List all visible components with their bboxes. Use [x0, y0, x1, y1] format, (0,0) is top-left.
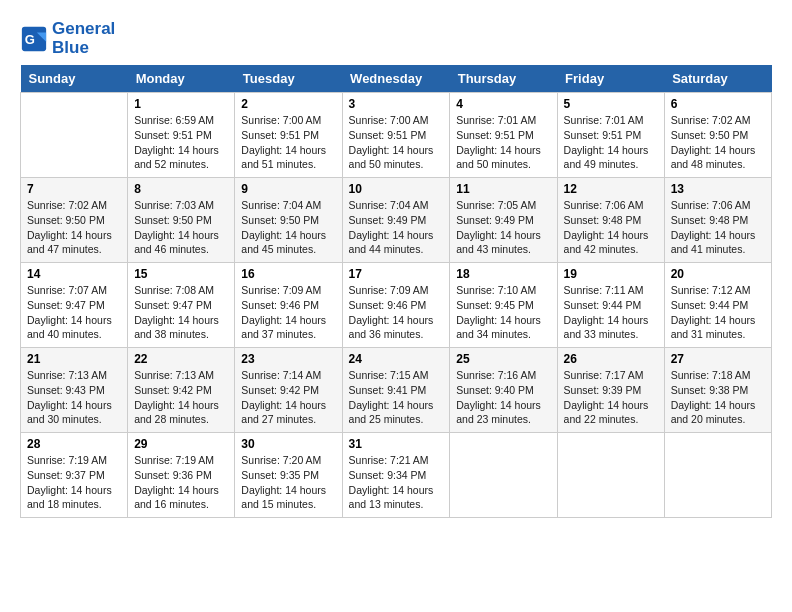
day-info: Sunrise: 7:15 AM Sunset: 9:41 PM Dayligh…: [349, 368, 444, 427]
day-info: Sunrise: 7:13 AM Sunset: 9:42 PM Dayligh…: [134, 368, 228, 427]
day-info: Sunrise: 7:03 AM Sunset: 9:50 PM Dayligh…: [134, 198, 228, 257]
day-number: 30: [241, 437, 335, 451]
day-number: 28: [27, 437, 121, 451]
day-info: Sunrise: 7:04 AM Sunset: 9:49 PM Dayligh…: [349, 198, 444, 257]
col-header-wednesday: Wednesday: [342, 65, 450, 93]
calendar-cell: 21Sunrise: 7:13 AM Sunset: 9:43 PM Dayli…: [21, 348, 128, 433]
calendar-cell: [557, 433, 664, 518]
day-info: Sunrise: 7:20 AM Sunset: 9:35 PM Dayligh…: [241, 453, 335, 512]
calendar-cell: 18Sunrise: 7:10 AM Sunset: 9:45 PM Dayli…: [450, 263, 557, 348]
day-info: Sunrise: 7:21 AM Sunset: 9:34 PM Dayligh…: [349, 453, 444, 512]
day-info: Sunrise: 7:01 AM Sunset: 9:51 PM Dayligh…: [564, 113, 658, 172]
calendar-cell: 10Sunrise: 7:04 AM Sunset: 9:49 PM Dayli…: [342, 178, 450, 263]
col-header-friday: Friday: [557, 65, 664, 93]
calendar-cell: 20Sunrise: 7:12 AM Sunset: 9:44 PM Dayli…: [664, 263, 771, 348]
day-number: 12: [564, 182, 658, 196]
day-number: 6: [671, 97, 765, 111]
logo: G General Blue: [20, 20, 115, 57]
day-info: Sunrise: 7:18 AM Sunset: 9:38 PM Dayligh…: [671, 368, 765, 427]
day-info: Sunrise: 7:17 AM Sunset: 9:39 PM Dayligh…: [564, 368, 658, 427]
day-info: Sunrise: 7:05 AM Sunset: 9:49 PM Dayligh…: [456, 198, 550, 257]
calendar-cell: [21, 93, 128, 178]
day-number: 7: [27, 182, 121, 196]
col-header-thursday: Thursday: [450, 65, 557, 93]
day-info: Sunrise: 7:13 AM Sunset: 9:43 PM Dayligh…: [27, 368, 121, 427]
week-row-1: 1Sunrise: 6:59 AM Sunset: 9:51 PM Daylig…: [21, 93, 772, 178]
day-number: 4: [456, 97, 550, 111]
day-info: Sunrise: 7:19 AM Sunset: 9:36 PM Dayligh…: [134, 453, 228, 512]
day-info: Sunrise: 6:59 AM Sunset: 9:51 PM Dayligh…: [134, 113, 228, 172]
calendar-table: SundayMondayTuesdayWednesdayThursdayFrid…: [20, 65, 772, 518]
col-header-sunday: Sunday: [21, 65, 128, 93]
day-number: 2: [241, 97, 335, 111]
calendar-cell: 12Sunrise: 7:06 AM Sunset: 9:48 PM Dayli…: [557, 178, 664, 263]
calendar-cell: 3Sunrise: 7:00 AM Sunset: 9:51 PM Daylig…: [342, 93, 450, 178]
svg-text:G: G: [25, 31, 35, 46]
day-number: 1: [134, 97, 228, 111]
page-header: G General Blue: [20, 20, 772, 57]
week-row-4: 21Sunrise: 7:13 AM Sunset: 9:43 PM Dayli…: [21, 348, 772, 433]
day-number: 31: [349, 437, 444, 451]
day-info: Sunrise: 7:12 AM Sunset: 9:44 PM Dayligh…: [671, 283, 765, 342]
logo-text: General Blue: [52, 20, 115, 57]
week-row-3: 14Sunrise: 7:07 AM Sunset: 9:47 PM Dayli…: [21, 263, 772, 348]
col-header-monday: Monday: [128, 65, 235, 93]
day-number: 8: [134, 182, 228, 196]
day-info: Sunrise: 7:06 AM Sunset: 9:48 PM Dayligh…: [671, 198, 765, 257]
day-number: 13: [671, 182, 765, 196]
day-info: Sunrise: 7:11 AM Sunset: 9:44 PM Dayligh…: [564, 283, 658, 342]
day-number: 15: [134, 267, 228, 281]
calendar-cell: 30Sunrise: 7:20 AM Sunset: 9:35 PM Dayli…: [235, 433, 342, 518]
calendar-cell: 28Sunrise: 7:19 AM Sunset: 9:37 PM Dayli…: [21, 433, 128, 518]
day-number: 21: [27, 352, 121, 366]
col-header-saturday: Saturday: [664, 65, 771, 93]
day-info: Sunrise: 7:06 AM Sunset: 9:48 PM Dayligh…: [564, 198, 658, 257]
calendar-cell: 19Sunrise: 7:11 AM Sunset: 9:44 PM Dayli…: [557, 263, 664, 348]
day-info: Sunrise: 7:00 AM Sunset: 9:51 PM Dayligh…: [241, 113, 335, 172]
week-row-2: 7Sunrise: 7:02 AM Sunset: 9:50 PM Daylig…: [21, 178, 772, 263]
calendar-cell: 17Sunrise: 7:09 AM Sunset: 9:46 PM Dayli…: [342, 263, 450, 348]
day-info: Sunrise: 7:02 AM Sunset: 9:50 PM Dayligh…: [671, 113, 765, 172]
day-number: 26: [564, 352, 658, 366]
calendar-cell: 8Sunrise: 7:03 AM Sunset: 9:50 PM Daylig…: [128, 178, 235, 263]
day-number: 24: [349, 352, 444, 366]
day-info: Sunrise: 7:07 AM Sunset: 9:47 PM Dayligh…: [27, 283, 121, 342]
calendar-cell: 15Sunrise: 7:08 AM Sunset: 9:47 PM Dayli…: [128, 263, 235, 348]
calendar-cell: 7Sunrise: 7:02 AM Sunset: 9:50 PM Daylig…: [21, 178, 128, 263]
day-number: 25: [456, 352, 550, 366]
calendar-cell: 22Sunrise: 7:13 AM Sunset: 9:42 PM Dayli…: [128, 348, 235, 433]
day-info: Sunrise: 7:02 AM Sunset: 9:50 PM Dayligh…: [27, 198, 121, 257]
calendar-cell: 27Sunrise: 7:18 AM Sunset: 9:38 PM Dayli…: [664, 348, 771, 433]
header-row: SundayMondayTuesdayWednesdayThursdayFrid…: [21, 65, 772, 93]
calendar-cell: 16Sunrise: 7:09 AM Sunset: 9:46 PM Dayli…: [235, 263, 342, 348]
day-info: Sunrise: 7:10 AM Sunset: 9:45 PM Dayligh…: [456, 283, 550, 342]
day-number: 10: [349, 182, 444, 196]
day-info: Sunrise: 7:08 AM Sunset: 9:47 PM Dayligh…: [134, 283, 228, 342]
calendar-cell: 5Sunrise: 7:01 AM Sunset: 9:51 PM Daylig…: [557, 93, 664, 178]
day-number: 17: [349, 267, 444, 281]
logo-icon: G: [20, 25, 48, 53]
calendar-cell: 24Sunrise: 7:15 AM Sunset: 9:41 PM Dayli…: [342, 348, 450, 433]
calendar-cell: 13Sunrise: 7:06 AM Sunset: 9:48 PM Dayli…: [664, 178, 771, 263]
calendar-cell: 31Sunrise: 7:21 AM Sunset: 9:34 PM Dayli…: [342, 433, 450, 518]
calendar-cell: 14Sunrise: 7:07 AM Sunset: 9:47 PM Dayli…: [21, 263, 128, 348]
day-number: 16: [241, 267, 335, 281]
day-number: 29: [134, 437, 228, 451]
calendar-cell: 1Sunrise: 6:59 AM Sunset: 9:51 PM Daylig…: [128, 93, 235, 178]
calendar-cell: [664, 433, 771, 518]
day-info: Sunrise: 7:04 AM Sunset: 9:50 PM Dayligh…: [241, 198, 335, 257]
day-number: 23: [241, 352, 335, 366]
day-number: 20: [671, 267, 765, 281]
day-number: 5: [564, 97, 658, 111]
day-info: Sunrise: 7:14 AM Sunset: 9:42 PM Dayligh…: [241, 368, 335, 427]
day-number: 3: [349, 97, 444, 111]
day-number: 14: [27, 267, 121, 281]
day-info: Sunrise: 7:00 AM Sunset: 9:51 PM Dayligh…: [349, 113, 444, 172]
calendar-cell: 9Sunrise: 7:04 AM Sunset: 9:50 PM Daylig…: [235, 178, 342, 263]
day-number: 18: [456, 267, 550, 281]
day-number: 11: [456, 182, 550, 196]
week-row-5: 28Sunrise: 7:19 AM Sunset: 9:37 PM Dayli…: [21, 433, 772, 518]
calendar-cell: 23Sunrise: 7:14 AM Sunset: 9:42 PM Dayli…: [235, 348, 342, 433]
day-number: 9: [241, 182, 335, 196]
calendar-cell: 6Sunrise: 7:02 AM Sunset: 9:50 PM Daylig…: [664, 93, 771, 178]
